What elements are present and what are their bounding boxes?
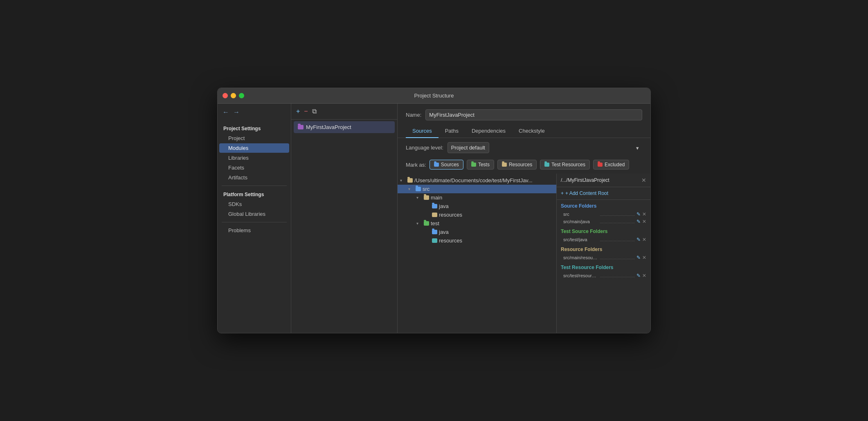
- remove-module-button[interactable]: −: [304, 108, 308, 115]
- sidebar-divider: [222, 186, 287, 186]
- src-main-java-path: src/main/java: [563, 219, 598, 224]
- tree-item-test-java[interactable]: java: [398, 228, 556, 236]
- back-button[interactable]: ←: [223, 109, 229, 116]
- platform-settings-heading: Platform Settings: [218, 189, 291, 199]
- tree-item-main-java[interactable]: java: [398, 202, 556, 210]
- info-header-title: /.../MyFirstJavaProject: [561, 177, 609, 183]
- tab-checkstyle[interactable]: Checkstyle: [512, 124, 551, 138]
- module-name-input[interactable]: [425, 109, 642, 120]
- forward-button[interactable]: →: [233, 109, 240, 116]
- chevron-down-icon-main: ▾: [416, 195, 422, 200]
- tab-dependencies[interactable]: Dependencies: [465, 124, 512, 138]
- info-item-src-main-resources: src/main/resources ✎ ✕: [557, 254, 650, 261]
- src-actions: ✎ ✕: [636, 211, 646, 217]
- sidebar-item-global-libraries[interactable]: Global Libraries: [219, 209, 289, 219]
- project-structure-window: Project Structure ← → Project Settings P…: [217, 88, 651, 333]
- src-label: src: [423, 186, 430, 192]
- tree-item-test[interactable]: ▾ test: [398, 219, 556, 228]
- dotted-separator: [600, 215, 635, 216]
- main-layout: ← → Project Settings Project Modules Lib…: [218, 104, 650, 333]
- close-button[interactable]: [223, 93, 228, 98]
- tests-folder-icon: [471, 163, 476, 167]
- sidebar-item-problems[interactable]: Problems: [219, 226, 289, 235]
- src-path: src: [563, 212, 598, 217]
- info-item-src: src ✎ ✕: [557, 210, 650, 218]
- mark-test-resources-button[interactable]: Test Resources: [540, 160, 590, 170]
- excluded-folder-icon: [598, 163, 603, 167]
- tree-item-src[interactable]: ▾ src: [398, 185, 556, 193]
- sidebar-item-project[interactable]: Project: [219, 134, 289, 143]
- info-item-src-test-resources: src/test/resources ✎ ✕: [557, 272, 650, 279]
- sources-folder-icon: [434, 163, 439, 167]
- root-folder-icon: [407, 178, 413, 183]
- mark-sources-button[interactable]: Sources: [430, 160, 463, 170]
- tree-item-main[interactable]: ▾ main: [398, 193, 556, 202]
- info-item-src-main-java: src/main/java ✎ ✕: [557, 218, 650, 225]
- source-folders-title: Source Folders: [557, 200, 650, 210]
- folder-purple-icon: [298, 125, 304, 129]
- mark-resources-button[interactable]: Resources: [497, 160, 537, 170]
- src-folder-icon: [416, 187, 421, 191]
- delete-src-button[interactable]: ✕: [642, 211, 646, 217]
- edit-test-java-button[interactable]: ✎: [636, 237, 641, 242]
- tree-item-main-resources[interactable]: resources: [398, 210, 556, 219]
- tree-item-test-resources[interactable]: resources: [398, 236, 556, 245]
- src-test-resources-actions: ✎ ✕: [636, 273, 646, 278]
- delete-src-main-java-button[interactable]: ✕: [642, 219, 646, 224]
- sidebar-item-artifacts[interactable]: Artifacts: [219, 173, 289, 182]
- maximize-button[interactable]: [239, 93, 244, 98]
- tree-root-item[interactable]: ▾ /Users/ultimate/Documents/code/test/My…: [398, 176, 556, 185]
- add-content-root-button[interactable]: + + Add Content Root: [557, 187, 650, 200]
- titlebar: Project Structure: [218, 88, 650, 104]
- src-test-java-path: src/test/java: [563, 237, 598, 242]
- java-folder-icon: [432, 204, 437, 208]
- src-main-java-actions: ✎ ✕: [636, 219, 646, 224]
- add-content-root-icon: +: [561, 190, 564, 196]
- edit-main-resources-button[interactable]: ✎: [636, 255, 641, 260]
- minimize-button[interactable]: [231, 93, 236, 98]
- tab-sources[interactable]: Sources: [406, 124, 438, 138]
- name-label: Name:: [406, 112, 421, 118]
- dotted-separator-5: [600, 277, 635, 277]
- delete-main-resources-button[interactable]: ✕: [642, 255, 646, 260]
- tab-paths[interactable]: Paths: [438, 124, 465, 138]
- edit-src-button[interactable]: ✎: [636, 211, 641, 217]
- info-panel-header: /.../MyFirstJavaProject ✕: [557, 174, 650, 187]
- dotted-separator-4: [600, 259, 635, 259]
- test-resource-folders-title: Test Resource Folders: [557, 261, 650, 272]
- tabs-bar: Sources Paths Dependencies Checkstyle: [398, 124, 650, 138]
- main-folder-icon: [424, 195, 429, 200]
- resources-folder-icon: [502, 163, 507, 167]
- test-resources-label: resources: [439, 238, 462, 244]
- sidebar-item-sdks[interactable]: SDKs: [219, 199, 289, 209]
- mark-tests-button[interactable]: Tests: [467, 160, 494, 170]
- edit-src-main-java-button[interactable]: ✎: [636, 219, 641, 224]
- language-level-row: Language level: Project default: [398, 138, 650, 157]
- sidebar-item-modules[interactable]: Modules: [219, 143, 289, 153]
- chevron-down-icon-test: ▾: [416, 221, 422, 226]
- sidebar-item-facets[interactable]: Facets: [219, 163, 289, 172]
- sidebar-item-libraries[interactable]: Libraries: [219, 153, 289, 163]
- sidebar: ← → Project Settings Project Modules Lib…: [218, 104, 291, 333]
- add-module-button[interactable]: +: [296, 108, 300, 115]
- test-label: test: [431, 220, 439, 226]
- src-test-resources-path: src/test/resources: [563, 273, 598, 278]
- delete-test-java-button[interactable]: ✕: [642, 237, 646, 242]
- info-close-button[interactable]: ✕: [641, 177, 646, 183]
- info-item-src-test-java: src/test/java ✎ ✕: [557, 236, 650, 243]
- project-name-label: MyFirstJavaProject: [306, 124, 351, 130]
- mark-as-label: Mark as:: [406, 162, 426, 168]
- delete-test-resources-button[interactable]: ✕: [642, 273, 646, 278]
- test-java-folder-icon: [432, 230, 437, 234]
- language-select-wrapper: Project default: [447, 142, 642, 153]
- mark-excluded-button[interactable]: Excluded: [593, 160, 629, 170]
- edit-test-resources-button[interactable]: ✎: [636, 273, 641, 278]
- project-list-item[interactable]: MyFirstJavaProject: [294, 121, 395, 133]
- copy-module-button[interactable]: ⧉: [312, 108, 317, 115]
- language-level-select[interactable]: Project default: [447, 142, 489, 153]
- test-java-label: java: [439, 229, 449, 235]
- dotted-separator-3: [600, 241, 635, 241]
- main-label: main: [431, 195, 442, 201]
- sidebar-navigation: ← →: [218, 109, 291, 121]
- chevron-down-icon: ▾: [400, 178, 406, 183]
